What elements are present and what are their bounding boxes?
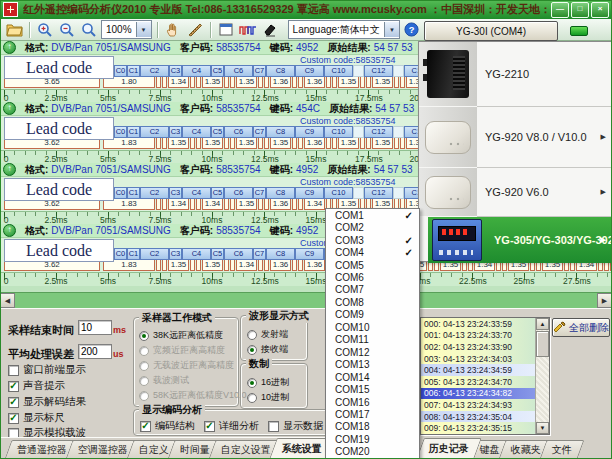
help-icon[interactable]: ? xyxy=(402,21,422,39)
checkbox-1[interactable]: ✓声音提示 xyxy=(8,379,65,393)
zoom-reset-icon[interactable] xyxy=(79,21,99,39)
radio-label: 发射端 xyxy=(261,328,288,341)
com-menu-item[interactable]: COM7 xyxy=(326,284,419,296)
scroll-left-icon[interactable]: ◀ xyxy=(0,293,15,308)
waveform-horizontal-scrollbar[interactable]: ◀▶ xyxy=(0,292,612,308)
radio-dot xyxy=(247,345,257,355)
history-record-row[interactable]: 004: 04-13 23:24:34:59 xyxy=(421,364,535,376)
com-menu-item[interactable]: COM13 xyxy=(326,358,419,370)
measure-tool-icon[interactable] xyxy=(185,21,205,39)
com-menu-item[interactable]: COM14 xyxy=(326,371,419,383)
history-record-row[interactable]: 001: 04-13 23:24:33:70 xyxy=(421,330,535,342)
up-circle-icon[interactable]: ↑ xyxy=(3,163,16,176)
com-menu-item[interactable]: COM12 xyxy=(326,346,419,358)
history-record-row[interactable]: 000: 04-13 23:24:33:59 xyxy=(421,318,535,330)
chevron-down-icon[interactable]: ▼ xyxy=(136,22,151,37)
new-window-icon[interactable] xyxy=(216,21,236,39)
field-label: 键码: xyxy=(270,224,293,237)
field-label: 键码: xyxy=(270,163,293,176)
device-menu-item[interactable]: YG-920 V6.0▶ xyxy=(419,168,611,216)
radio-option[interactable]: 接收端 xyxy=(247,342,307,357)
field-value: DVB/Pan 7051/SAMSUNG xyxy=(51,42,171,53)
chevron-down-icon[interactable]: ▼ xyxy=(384,22,399,37)
close-button[interactable]: × xyxy=(591,2,609,18)
history-scroll-track[interactable] xyxy=(536,330,549,422)
checkbox-3[interactable]: ✓显示标尺 xyxy=(8,411,65,425)
up-circle-icon[interactable]: ↑ xyxy=(3,224,16,237)
device-menu-item[interactable]: YG-2210 xyxy=(419,42,611,106)
open-folder-icon[interactable] xyxy=(4,21,24,39)
submenu-arrow-icon: ▶ xyxy=(601,133,606,141)
waveform-view-icon[interactable] xyxy=(238,21,258,39)
history-record-row[interactable]: 009: 04-13 23:24:35:15 xyxy=(421,422,535,434)
avg-error-input[interactable] xyxy=(78,344,112,359)
com-menu-item[interactable]: COM9 xyxy=(326,309,419,321)
submenu-arrow-icon: ▶ xyxy=(601,188,606,196)
com-menu-item[interactable]: COM17 xyxy=(326,408,419,420)
com-menu-item[interactable]: COM19 xyxy=(326,433,419,445)
com-menu-item[interactable]: COM3✓ xyxy=(326,234,419,246)
maximize-button[interactable]: □ xyxy=(571,2,589,18)
com-menu-item[interactable]: COM16 xyxy=(326,396,419,408)
field-value: 454C xyxy=(296,103,320,114)
custom-code-label: Custom code: xyxy=(300,55,356,65)
com-menu-item[interactable]: COM10 xyxy=(326,321,419,333)
com-menu-item[interactable]: COM5 xyxy=(326,259,419,271)
radio-option[interactable]: 10进制 xyxy=(247,390,307,405)
device-port-button[interactable]: YG-30I (COM4) xyxy=(424,21,558,41)
com-menu-item[interactable]: COM20 xyxy=(326,446,419,458)
history-record-row[interactable]: 008: 04-13 23:24:35:04 xyxy=(421,411,535,423)
zoom-in-icon[interactable] xyxy=(35,21,55,39)
eraser-tool-icon[interactable] xyxy=(260,21,280,39)
minimize-button[interactable]: — xyxy=(551,2,569,18)
bit-cell: C8 xyxy=(266,126,295,138)
history-scrollbar[interactable]: ▲ ▼ xyxy=(535,318,549,434)
history-record-row[interactable]: 003: 04-13 23:24:34:03 xyxy=(421,353,535,365)
sample-end-input[interactable] xyxy=(78,320,112,335)
com-menu-item[interactable]: COM1✓ xyxy=(326,209,419,221)
language-select[interactable]: Language:简体中文▼ xyxy=(288,20,400,39)
up-circle-icon[interactable]: ↑ xyxy=(3,102,16,115)
com-item-label: COM1 xyxy=(335,210,364,221)
hand-tool-icon[interactable] xyxy=(163,21,183,39)
com-menu-item[interactable]: COM15 xyxy=(326,383,419,395)
scroll-up-icon[interactable]: ▲ xyxy=(536,318,549,330)
com-menu-item[interactable]: COM11 xyxy=(326,334,419,346)
analysis-checkbox-2[interactable]: 显示数据 xyxy=(268,417,323,435)
history-record-row[interactable]: 005: 04-13 23:24:34:70 xyxy=(421,376,535,388)
up-circle-icon[interactable]: ↑ xyxy=(3,41,16,54)
com-menu-item[interactable]: COM6 xyxy=(326,271,419,283)
checkbox-box: ✓ xyxy=(8,381,19,392)
analysis-checkbox-1[interactable]: ✓详细分析 xyxy=(204,417,259,435)
history-scroll-thumb[interactable] xyxy=(536,331,549,357)
radio-option[interactable]: 38K远距离低精度 xyxy=(139,328,238,343)
radio-label: 38K远距离低精度 xyxy=(153,329,223,342)
tab-文件[interactable]: 文件 xyxy=(540,440,585,459)
check-icon: ✓ xyxy=(405,210,413,221)
com-menu-item[interactable]: COM4✓ xyxy=(326,246,419,258)
tab-历史记录[interactable]: 历史记录 xyxy=(416,438,482,459)
delete-all-button[interactable]: 全部删除 xyxy=(552,318,610,337)
radio-option[interactable]: 发射端 xyxy=(247,327,307,342)
bit-cell: C5 xyxy=(211,187,224,199)
analysis-checkbox-0[interactable]: ✓编码结构 xyxy=(140,417,195,435)
zoom-out-icon[interactable] xyxy=(57,21,77,39)
bit-cell: C1 xyxy=(127,187,140,199)
radio-option[interactable]: 16进制 xyxy=(247,375,307,390)
com-menu-item[interactable]: COM2 xyxy=(326,221,419,233)
submenu-arrow-icon: ▶ xyxy=(601,236,606,244)
com-menu-item[interactable]: COM8 xyxy=(326,296,419,308)
checkbox-2[interactable]: ✓显示解码结果 xyxy=(8,395,86,409)
device-menu-item[interactable]: YG-305/YG-303/YG-302/YG-301▶ xyxy=(428,217,611,263)
scroll-right-icon[interactable]: ▶ xyxy=(597,293,612,308)
history-record-row[interactable]: 002: 04-13 23:24:33:90 xyxy=(421,341,535,353)
lead-code-box: Lead code xyxy=(4,239,114,262)
zoom-level-select[interactable]: 100%▼ xyxy=(101,20,152,39)
scroll-down-icon[interactable]: ▼ xyxy=(536,422,549,434)
history-record-row[interactable]: 007: 04-13 23:24:34:93 xyxy=(421,399,535,411)
checkbox-0[interactable]: 窗口前端显示 xyxy=(8,363,86,377)
history-record-row[interactable]: 006: 04-13 23:24:34:82 xyxy=(421,388,535,400)
bit-cell: C8 xyxy=(266,248,295,260)
com-menu-item[interactable]: COM18 xyxy=(326,421,419,433)
device-menu-item[interactable]: YG-920 V8.0 / V10.0▶ xyxy=(419,107,611,167)
